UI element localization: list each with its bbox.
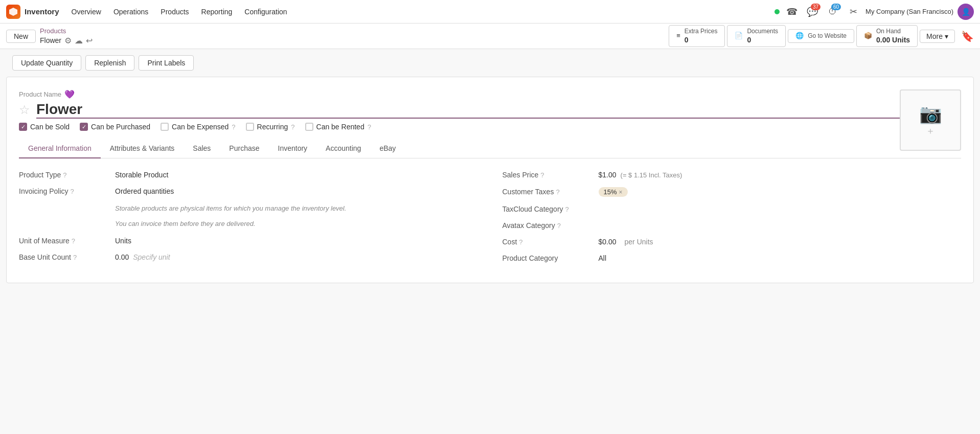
unit-of-measure-help-icon: ? bbox=[72, 237, 75, 245]
menu-reporting[interactable]: Reporting bbox=[195, 0, 239, 24]
product-name-label-row: Product Name 💜 bbox=[19, 89, 961, 99]
tab-sales[interactable]: Sales bbox=[184, 139, 220, 158]
can-be-rented-checkbox[interactable]: Can be Rented ? bbox=[305, 123, 371, 131]
more-button[interactable]: More ▾ bbox=[920, 30, 955, 43]
can-be-rented-label: Can be Rented bbox=[316, 123, 364, 131]
notif-badge: 60 bbox=[831, 4, 841, 10]
tab-purchase[interactable]: Purchase bbox=[220, 139, 268, 158]
globe-icon: 🌐 bbox=[795, 32, 804, 40]
unit-of-measure-value[interactable]: Units bbox=[115, 237, 131, 245]
can-be-expensed-help-icon: ? bbox=[232, 123, 235, 131]
taxcloud-category-label: TaxCloud Category ? bbox=[503, 205, 595, 213]
tab-accounting[interactable]: Accounting bbox=[316, 139, 370, 158]
recurring-cb bbox=[246, 123, 254, 131]
on-hand-btn[interactable]: 📦 On Hand 0.00 Units bbox=[856, 25, 918, 48]
product-category-value[interactable]: All bbox=[599, 254, 607, 262]
product-category-label: Product Category bbox=[503, 254, 595, 262]
go-to-website-label: Go to Website bbox=[808, 32, 847, 40]
on-hand-value: 0.00 Units bbox=[876, 35, 910, 44]
top-navigation: Inventory Overview Operations Products R… bbox=[0, 0, 980, 24]
can-be-purchased-cb: ✓ bbox=[80, 123, 88, 131]
product-name-input[interactable] bbox=[36, 101, 923, 119]
user-avatar[interactable]: 👤 bbox=[958, 4, 974, 20]
cost-per: per Units bbox=[625, 238, 653, 246]
menu-products[interactable]: Products bbox=[154, 0, 195, 24]
clock-icon[interactable]: ⏱ 60 bbox=[825, 4, 841, 20]
base-unit-count-help-icon: ? bbox=[73, 254, 77, 261]
product-type-value[interactable]: Storable Product bbox=[115, 171, 168, 179]
cost-help-icon: ? bbox=[519, 238, 522, 246]
product-type-help-icon: ? bbox=[63, 171, 66, 179]
cost-label: Cost ? bbox=[503, 238, 595, 246]
recurring-checkbox[interactable]: Recurring ? bbox=[246, 123, 295, 131]
tax-remove-btn[interactable]: × bbox=[619, 189, 623, 196]
top-menu: Overview Operations Products Reporting C… bbox=[65, 0, 773, 24]
breadcrumb-parent[interactable]: Products bbox=[40, 27, 93, 35]
sales-price-value[interactable]: $1.00 bbox=[599, 171, 617, 179]
new-button[interactable]: New bbox=[6, 30, 36, 43]
camera-icon: 📷 bbox=[919, 103, 942, 125]
can-be-expensed-cb bbox=[161, 123, 169, 131]
secondary-toolbar: New Products Flower ⚙ ☁ ↩ ≡ Extra Prices… bbox=[0, 24, 980, 49]
can-be-rented-help-icon: ? bbox=[368, 123, 371, 131]
go-to-website-btn[interactable]: 🌐 Go to Website bbox=[788, 29, 854, 43]
invoicing-policy-help-icon: ? bbox=[71, 188, 74, 195]
tab-inventory[interactable]: Inventory bbox=[269, 139, 317, 158]
tax-badge: 15% × bbox=[599, 187, 628, 197]
storable-desc-2: You can invoice them before they are del… bbox=[115, 219, 478, 229]
form-content: Product Type ? Storable Product Invoicin… bbox=[19, 171, 961, 270]
documents-btn[interactable]: 📄 Documents 0 bbox=[727, 25, 786, 48]
upload-icon[interactable]: ☁ bbox=[75, 36, 83, 45]
base-unit-count-placeholder[interactable]: Specify unit bbox=[133, 253, 170, 261]
replenish-button[interactable]: Replenish bbox=[85, 55, 134, 71]
recurring-help-icon: ? bbox=[291, 123, 294, 131]
unit-of-measure-row: Unit of Measure ? Units bbox=[19, 237, 478, 245]
extra-prices-btn[interactable]: ≡ Extra Prices 0 bbox=[669, 25, 725, 48]
box-icon: 📦 bbox=[864, 32, 872, 40]
can-be-expensed-checkbox[interactable]: Can be Expensed ? bbox=[161, 123, 236, 131]
menu-overview[interactable]: Overview bbox=[65, 0, 107, 24]
product-type-label: Product Type ? bbox=[19, 171, 111, 179]
status-indicator bbox=[774, 9, 780, 14]
print-labels-button[interactable]: Print Labels bbox=[139, 55, 194, 71]
tab-ebay[interactable]: eBay bbox=[370, 139, 405, 158]
toolbar-actions: ≡ Extra Prices 0 📄 Documents 0 🌐 Go to W… bbox=[669, 25, 974, 48]
can-be-sold-cb: ✓ bbox=[19, 123, 27, 131]
settings-icon[interactable]: ✂ bbox=[845, 4, 861, 20]
base-unit-count-label: Base Unit Count ? bbox=[19, 253, 111, 261]
undo-icon[interactable]: ↩ bbox=[86, 36, 93, 45]
tab-general-information[interactable]: General Information bbox=[19, 139, 101, 158]
settings-gear-icon[interactable]: ⚙ bbox=[64, 36, 72, 45]
chat-badge: 37 bbox=[811, 4, 821, 10]
product-photo[interactable]: 📷 ＋ bbox=[900, 89, 961, 151]
can-be-expensed-label: Can be Expensed bbox=[172, 123, 229, 131]
list-icon: ≡ bbox=[676, 32, 680, 40]
update-quantity-button[interactable]: Update Quantity bbox=[12, 55, 81, 71]
app-name: Inventory bbox=[25, 7, 59, 16]
menu-operations[interactable]: Operations bbox=[107, 0, 154, 24]
right-column: Sales Price ? $1.00 (= $ 1.15 Incl. Taxe… bbox=[503, 171, 962, 270]
more-label: More bbox=[926, 32, 943, 40]
app-logo bbox=[6, 5, 20, 19]
sales-price-incl-taxes: (= $ 1.15 Incl. Taxes) bbox=[621, 171, 682, 179]
breadcrumb: Products Flower ⚙ ☁ ↩ bbox=[40, 27, 93, 45]
can-be-sold-checkbox[interactable]: ✓ Can be Sold bbox=[19, 123, 70, 131]
chat-icon[interactable]: 💬 37 bbox=[804, 4, 821, 20]
phone-icon[interactable]: ☎ bbox=[784, 4, 800, 20]
favorite-star[interactable]: ☆ bbox=[19, 103, 30, 117]
sales-price-help-icon: ? bbox=[540, 171, 544, 179]
invoicing-policy-value[interactable]: Ordered quantities bbox=[115, 187, 174, 195]
bookmark-icon[interactable]: 🔖 bbox=[961, 30, 974, 42]
cost-value[interactable]: $0.00 bbox=[599, 238, 617, 246]
documents-count: 0 bbox=[747, 35, 778, 44]
form-tabs: General Information Attributes & Variant… bbox=[19, 139, 961, 158]
avatax-help-icon: ? bbox=[557, 222, 561, 230]
recurring-label: Recurring bbox=[257, 123, 288, 131]
taxcloud-help-icon: ? bbox=[565, 205, 569, 213]
tab-attributes-variants[interactable]: Attributes & Variants bbox=[101, 139, 184, 158]
can-be-purchased-checkbox[interactable]: ✓ Can be Purchased bbox=[80, 123, 150, 131]
menu-configuration[interactable]: Configuration bbox=[238, 0, 293, 24]
product-type-row: Product Type ? Storable Product bbox=[19, 171, 478, 179]
taxcloud-category-row: TaxCloud Category ? bbox=[503, 205, 962, 213]
name-emoji: 💜 bbox=[64, 89, 75, 99]
